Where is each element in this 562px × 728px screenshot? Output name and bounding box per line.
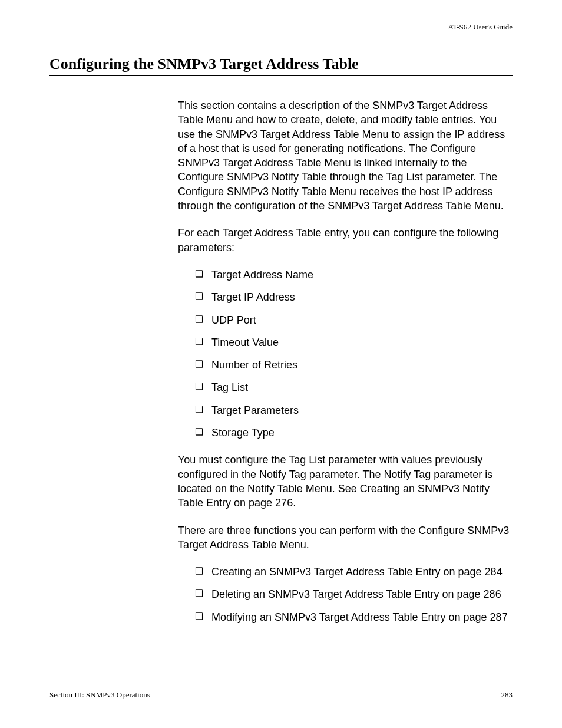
functions-list: Creating an SNMPv3 Target Address Table … xyxy=(195,565,513,624)
list-item: Storage Type xyxy=(195,426,513,440)
list-item: Deleting an SNMPv3 Target Address Table … xyxy=(195,587,513,601)
list-item: Target Address Name xyxy=(195,268,513,282)
list-item: Modifying an SNMPv3 Target Address Table… xyxy=(195,610,513,624)
intro-paragraph: This section contains a description of t… xyxy=(178,98,513,213)
list-item: Target Parameters xyxy=(195,403,513,417)
params-list: Target Address Name Target IP Address UD… xyxy=(195,268,513,440)
list-item: Target IP Address xyxy=(195,290,513,304)
params-intro-paragraph: For each Target Address Table entry, you… xyxy=(178,226,513,255)
header-guide-title: AT-S62 User's Guide xyxy=(49,22,513,32)
list-item: Tag List xyxy=(195,380,513,394)
tag-list-note-paragraph: You must configure the Tag List paramete… xyxy=(178,453,513,510)
content-block: This section contains a description of t… xyxy=(178,98,513,624)
footer-section-label: Section III: SNMPv3 Operations xyxy=(49,690,150,700)
list-item: Timeout Value xyxy=(195,335,513,350)
page-title: Configuring the SNMPv3 Target Address Ta… xyxy=(49,55,513,76)
list-item: Creating an SNMPv3 Target Address Table … xyxy=(195,565,513,579)
page-footer: Section III: SNMPv3 Operations 283 xyxy=(49,690,513,700)
functions-intro-paragraph: There are three functions you can perfor… xyxy=(178,523,513,552)
list-item: UDP Port xyxy=(195,313,513,327)
list-item: Number of Retries xyxy=(195,358,513,372)
footer-page-number: 283 xyxy=(501,690,513,700)
